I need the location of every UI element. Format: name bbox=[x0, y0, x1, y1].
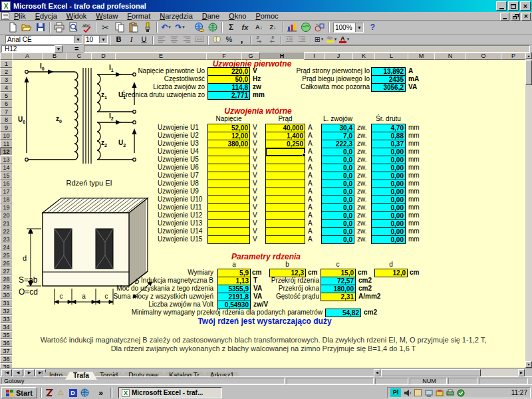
column-header-I[interactable]: I bbox=[304, 53, 325, 60]
underline-button[interactable]: U bbox=[138, 35, 150, 44]
column-header-P[interactable]: P bbox=[501, 53, 525, 60]
vertical-scrollbar[interactable]: ▲ ▼ bbox=[525, 53, 532, 368]
sort-ascending-button[interactable]: A↓ bbox=[252, 21, 266, 34]
menu-widok[interactable]: Widok bbox=[62, 12, 92, 21]
row-header-36[interactable]: 36 bbox=[0, 339, 13, 347]
row-header-11[interactable]: 11 bbox=[0, 140, 13, 148]
tab-trafa[interactable]: Trafa bbox=[65, 372, 97, 380]
menu-edycja[interactable]: Edycja bbox=[31, 12, 62, 21]
column-header-K[interactable]: K bbox=[352, 53, 375, 60]
row-header-22[interactable]: 22 bbox=[0, 227, 13, 235]
scroll-up-button[interactable]: ▲ bbox=[525, 53, 532, 59]
column-header-B[interactable]: B bbox=[42, 53, 67, 60]
menu-narzdzia[interactable]: Narzędzia bbox=[155, 12, 198, 21]
percent-button[interactable]: % bbox=[223, 35, 235, 44]
row-header-23[interactable]: 23 bbox=[0, 235, 13, 243]
core-right-value-2[interactable]: 2,31 bbox=[321, 293, 356, 301]
insert-hyperlink-button[interactable] bbox=[192, 21, 205, 34]
winding-diameter-15[interactable]: 0,00 bbox=[371, 235, 406, 244]
row-header-6[interactable]: 6 bbox=[0, 100, 13, 108]
quicklaunch-globe-icon[interactable] bbox=[80, 388, 90, 398]
maximize-button[interactable] bbox=[508, 1, 519, 11]
minimize-button[interactable] bbox=[496, 1, 507, 11]
row-header-5[interactable]: 5 bbox=[0, 92, 13, 100]
row-header-37[interactable]: 37 bbox=[0, 347, 13, 355]
row-header-33[interactable]: 33 bbox=[0, 315, 13, 323]
row-header-28[interactable]: 28 bbox=[0, 275, 13, 283]
column-header-F[interactable]: F bbox=[206, 53, 242, 60]
row-header-26[interactable]: 26 bbox=[0, 259, 13, 267]
winding-voltage-15[interactable] bbox=[207, 235, 250, 244]
row-header-12[interactable]: 12 bbox=[0, 148, 13, 156]
quicklaunch-logo-icon[interactable] bbox=[44, 388, 54, 398]
language-indicator[interactable]: Pl bbox=[390, 388, 401, 397]
print-preview-button[interactable] bbox=[66, 21, 80, 34]
name-box-dropdown[interactable]: ▼ bbox=[55, 45, 63, 53]
bold-button[interactable]: B bbox=[112, 35, 125, 44]
row-header-30[interactable]: 30 bbox=[0, 291, 13, 299]
chevron-icon[interactable]: » bbox=[96, 388, 106, 398]
primary-value-3[interactable]: 2,771 bbox=[207, 91, 250, 100]
currency-button[interactable] bbox=[210, 35, 223, 44]
merge-center-button[interactable] bbox=[193, 35, 205, 44]
paste-button[interactable] bbox=[126, 21, 140, 34]
row-header-14[interactable]: 14 bbox=[0, 164, 13, 172]
quicklaunch-d-icon[interactable]: D bbox=[68, 388, 78, 398]
tab-prev-button[interactable]: ◀ bbox=[13, 369, 23, 376]
row-header-7[interactable]: 7 bbox=[0, 108, 13, 116]
equals-button[interactable]: = bbox=[74, 45, 78, 53]
row-header-32[interactable]: 32 bbox=[0, 307, 13, 315]
menu-plik[interactable]: Plik bbox=[9, 12, 31, 21]
menu-pomoc[interactable]: Pomoc bbox=[251, 12, 283, 21]
new-button[interactable] bbox=[5, 21, 19, 34]
printer-icon[interactable] bbox=[446, 388, 454, 397]
workbook-icon[interactable] bbox=[1, 12, 9, 20]
row-header-27[interactable]: 27 bbox=[0, 267, 13, 275]
workbook-restore-button[interactable] bbox=[511, 13, 520, 21]
row-header-24[interactable]: 24 bbox=[0, 243, 13, 251]
tab-next-button[interactable]: ▶ bbox=[24, 369, 35, 376]
row-header-9[interactable]: 9 bbox=[0, 124, 13, 132]
column-header-H[interactable]: H bbox=[259, 53, 305, 60]
comma-button[interactable]: , bbox=[235, 35, 248, 44]
column-header-A[interactable]: A bbox=[12, 53, 43, 60]
zoom-dropdown-icon[interactable]: ▼ bbox=[355, 23, 363, 32]
row-header-2[interactable]: 2 bbox=[0, 68, 13, 76]
paste-function-button[interactable]: fx bbox=[238, 21, 252, 34]
row-header-10[interactable]: 10 bbox=[0, 132, 13, 140]
horizontal-scroll-thumb[interactable] bbox=[381, 369, 481, 376]
row-header-38[interactable]: 38 bbox=[0, 355, 13, 363]
formula-input[interactable] bbox=[84, 45, 530, 53]
menu-format[interactable]: Format bbox=[122, 12, 155, 21]
column-header-G[interactable]: G bbox=[241, 53, 260, 60]
scroll-down-button[interactable]: ▼ bbox=[525, 361, 532, 368]
open-button[interactable] bbox=[19, 21, 33, 34]
row-header-20[interactable]: 20 bbox=[0, 211, 13, 219]
quicklaunch-warning-icon[interactable]: ⚠ bbox=[56, 388, 66, 398]
column-header-L[interactable]: L bbox=[374, 53, 408, 60]
spelling-button[interactable]: abc bbox=[80, 21, 94, 34]
row-header-13[interactable]: 13 bbox=[0, 156, 13, 164]
decrease-decimal-button[interactable]: ,0 bbox=[265, 35, 278, 44]
row-header-35[interactable]: 35 bbox=[0, 331, 13, 339]
column-header-C[interactable]: C bbox=[66, 53, 92, 60]
font-name-dropdown-icon[interactable]: ▼ bbox=[74, 36, 82, 43]
row-header-29[interactable]: 29 bbox=[0, 283, 13, 291]
volume-icon[interactable] bbox=[403, 388, 412, 397]
increase-indent-button[interactable] bbox=[295, 35, 308, 44]
format-painter-button[interactable] bbox=[140, 21, 154, 34]
sort-descending-button[interactable]: Z↓ bbox=[266, 21, 280, 34]
borders-button[interactable]: ⊞▾ bbox=[313, 35, 325, 44]
column-header-J[interactable]: J bbox=[324, 53, 353, 60]
scroll-left-button[interactable]: ◀ bbox=[374, 369, 380, 376]
map-button[interactable] bbox=[299, 21, 313, 34]
scroll-right-button[interactable]: ▶ bbox=[518, 369, 525, 376]
core-dim-value-d[interactable]: 12,0 bbox=[374, 269, 408, 277]
start-button[interactable]: Start bbox=[1, 387, 37, 398]
select-all-corner[interactable] bbox=[0, 53, 13, 60]
row-header-16[interactable]: 16 bbox=[0, 180, 13, 188]
row-header-8[interactable]: 8 bbox=[0, 116, 13, 124]
column-header-O[interactable]: O bbox=[466, 53, 501, 60]
undo-button[interactable]: ↶▾ bbox=[159, 21, 173, 34]
row-header-25[interactable]: 25 bbox=[0, 251, 13, 259]
